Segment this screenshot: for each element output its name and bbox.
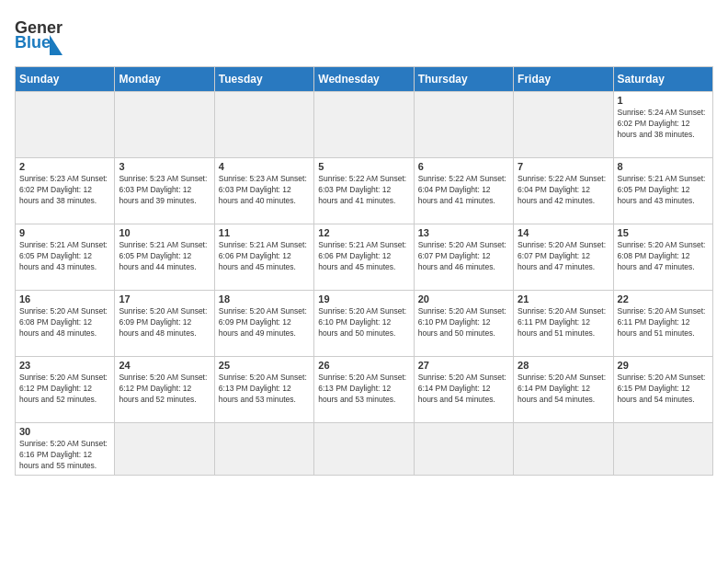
header-friday: Friday (514, 67, 613, 92)
cell-info: Sunrise: 5:20 AM Sunset: 6:08 PM Dayligh… (618, 240, 709, 273)
page-header: General Blue (15, 15, 713, 55)
logo: General Blue (15, 15, 63, 55)
calendar-week-5: 23Sunrise: 5:20 AM Sunset: 6:12 PM Dayli… (16, 357, 713, 423)
cell-info: Sunrise: 5:20 AM Sunset: 6:15 PM Dayligh… (618, 373, 709, 406)
calendar-cell: 20Sunrise: 5:20 AM Sunset: 6:10 PM Dayli… (414, 291, 513, 357)
calendar-cell (613, 423, 712, 476)
header-sunday: Sunday (16, 67, 115, 92)
day-number: 30 (19, 426, 110, 437)
day-number: 28 (518, 360, 609, 371)
day-number: 5 (318, 161, 409, 172)
day-number: 29 (618, 360, 709, 371)
cell-info: Sunrise: 5:20 AM Sunset: 6:14 PM Dayligh… (418, 373, 509, 406)
calendar-week-2: 2Sunrise: 5:23 AM Sunset: 6:02 PM Daylig… (16, 158, 713, 224)
calendar-cell (214, 92, 313, 158)
calendar-cell: 29Sunrise: 5:20 AM Sunset: 6:15 PM Dayli… (613, 357, 712, 423)
calendar-cell: 30Sunrise: 5:20 AM Sunset: 6:16 PM Dayli… (16, 423, 115, 476)
calendar-cell: 27Sunrise: 5:20 AM Sunset: 6:14 PM Dayli… (414, 357, 513, 423)
cell-info: Sunrise: 5:20 AM Sunset: 6:11 PM Dayligh… (618, 306, 709, 339)
calendar-cell (214, 423, 313, 476)
calendar-cell: 22Sunrise: 5:20 AM Sunset: 6:11 PM Dayli… (613, 291, 712, 357)
calendar-cell: 9Sunrise: 5:21 AM Sunset: 6:05 PM Daylig… (16, 224, 115, 291)
day-number: 11 (219, 227, 310, 238)
calendar-cell: 23Sunrise: 5:20 AM Sunset: 6:12 PM Dayli… (16, 357, 115, 423)
cell-info: Sunrise: 5:20 AM Sunset: 6:10 PM Dayligh… (418, 306, 509, 339)
header-tuesday: Tuesday (214, 67, 313, 92)
calendar-cell: 17Sunrise: 5:20 AM Sunset: 6:09 PM Dayli… (115, 291, 214, 357)
calendar-cell: 16Sunrise: 5:20 AM Sunset: 6:08 PM Dayli… (16, 291, 115, 357)
cell-info: Sunrise: 5:21 AM Sunset: 6:05 PM Dayligh… (618, 174, 709, 207)
cell-info: Sunrise: 5:20 AM Sunset: 6:12 PM Dayligh… (19, 373, 110, 406)
calendar-cell: 28Sunrise: 5:20 AM Sunset: 6:14 PM Dayli… (514, 357, 613, 423)
calendar-cell: 26Sunrise: 5:20 AM Sunset: 6:13 PM Dayli… (314, 357, 414, 423)
calendar-cell: 2Sunrise: 5:23 AM Sunset: 6:02 PM Daylig… (16, 158, 115, 224)
cell-info: Sunrise: 5:23 AM Sunset: 6:03 PM Dayligh… (219, 174, 310, 207)
day-number: 4 (219, 161, 310, 172)
cell-info: Sunrise: 5:22 AM Sunset: 6:04 PM Dayligh… (418, 174, 509, 207)
calendar-week-1: 1Sunrise: 5:24 AM Sunset: 6:02 PM Daylig… (16, 92, 713, 158)
calendar-cell: 18Sunrise: 5:20 AM Sunset: 6:09 PM Dayli… (214, 291, 313, 357)
cell-info: Sunrise: 5:20 AM Sunset: 6:09 PM Dayligh… (219, 306, 310, 339)
day-number: 27 (418, 360, 509, 371)
calendar-cell (314, 423, 414, 476)
calendar-cell: 7Sunrise: 5:22 AM Sunset: 6:04 PM Daylig… (514, 158, 613, 224)
cell-info: Sunrise: 5:23 AM Sunset: 6:03 PM Dayligh… (119, 174, 210, 207)
day-number: 3 (119, 161, 210, 172)
calendar-cell: 11Sunrise: 5:21 AM Sunset: 6:06 PM Dayli… (214, 224, 313, 291)
day-number: 17 (119, 293, 210, 304)
day-number: 25 (219, 360, 310, 371)
calendar-week-6: 30Sunrise: 5:20 AM Sunset: 6:16 PM Dayli… (16, 423, 713, 476)
logo-icon: General Blue (15, 15, 63, 55)
day-number: 20 (418, 293, 509, 304)
cell-info: Sunrise: 5:21 AM Sunset: 6:05 PM Dayligh… (19, 240, 110, 273)
calendar-cell: 24Sunrise: 5:20 AM Sunset: 6:12 PM Dayli… (115, 357, 214, 423)
day-number: 10 (119, 227, 210, 238)
calendar-cell: 21Sunrise: 5:20 AM Sunset: 6:11 PM Dayli… (514, 291, 613, 357)
calendar-week-4: 16Sunrise: 5:20 AM Sunset: 6:08 PM Dayli… (16, 291, 713, 357)
day-number: 13 (418, 227, 509, 238)
cell-info: Sunrise: 5:20 AM Sunset: 6:14 PM Dayligh… (518, 373, 609, 406)
calendar-cell (414, 423, 513, 476)
cell-info: Sunrise: 5:21 AM Sunset: 6:06 PM Dayligh… (318, 240, 409, 273)
cell-info: Sunrise: 5:22 AM Sunset: 6:04 PM Dayligh… (518, 174, 609, 207)
day-number: 19 (318, 293, 409, 304)
calendar-cell: 13Sunrise: 5:20 AM Sunset: 6:07 PM Dayli… (414, 224, 513, 291)
cell-info: Sunrise: 5:20 AM Sunset: 6:12 PM Dayligh… (119, 373, 210, 406)
cell-info: Sunrise: 5:20 AM Sunset: 6:10 PM Dayligh… (318, 306, 409, 339)
day-number: 8 (618, 161, 709, 172)
calendar-cell: 10Sunrise: 5:21 AM Sunset: 6:05 PM Dayli… (115, 224, 214, 291)
svg-text:Blue: Blue (15, 33, 51, 52)
calendar-week-3: 9Sunrise: 5:21 AM Sunset: 6:05 PM Daylig… (16, 224, 713, 291)
calendar-cell (115, 423, 214, 476)
day-number: 9 (19, 227, 110, 238)
header-monday: Monday (115, 67, 214, 92)
calendar-cell: 1Sunrise: 5:24 AM Sunset: 6:02 PM Daylig… (613, 92, 712, 158)
day-number: 26 (318, 360, 409, 371)
calendar-cell: 4Sunrise: 5:23 AM Sunset: 6:03 PM Daylig… (214, 158, 313, 224)
header-saturday: Saturday (613, 67, 712, 92)
day-number: 16 (19, 293, 110, 304)
calendar-cell (16, 92, 115, 158)
header-wednesday: Wednesday (314, 67, 414, 92)
cell-info: Sunrise: 5:24 AM Sunset: 6:02 PM Dayligh… (618, 108, 709, 141)
cell-info: Sunrise: 5:20 AM Sunset: 6:08 PM Dayligh… (19, 306, 110, 339)
day-number: 6 (418, 161, 509, 172)
cell-info: Sunrise: 5:20 AM Sunset: 6:13 PM Dayligh… (219, 373, 310, 406)
day-number: 14 (518, 227, 609, 238)
calendar-cell (414, 92, 513, 158)
header-thursday: Thursday (414, 67, 513, 92)
calendar-table: SundayMondayTuesdayWednesdayThursdayFrid… (15, 66, 713, 476)
cell-info: Sunrise: 5:21 AM Sunset: 6:06 PM Dayligh… (219, 240, 310, 273)
cell-info: Sunrise: 5:20 AM Sunset: 6:07 PM Dayligh… (418, 240, 509, 273)
cell-info: Sunrise: 5:20 AM Sunset: 6:11 PM Dayligh… (518, 306, 609, 339)
day-number: 24 (119, 360, 210, 371)
calendar-cell: 12Sunrise: 5:21 AM Sunset: 6:06 PM Dayli… (314, 224, 414, 291)
calendar-cell (115, 92, 214, 158)
calendar-header-row: SundayMondayTuesdayWednesdayThursdayFrid… (16, 67, 713, 92)
cell-info: Sunrise: 5:21 AM Sunset: 6:05 PM Dayligh… (119, 240, 210, 273)
calendar-cell: 15Sunrise: 5:20 AM Sunset: 6:08 PM Dayli… (613, 224, 712, 291)
day-number: 1 (618, 95, 709, 106)
day-number: 23 (19, 360, 110, 371)
cell-info: Sunrise: 5:20 AM Sunset: 6:16 PM Dayligh… (19, 439, 110, 472)
day-number: 18 (219, 293, 310, 304)
